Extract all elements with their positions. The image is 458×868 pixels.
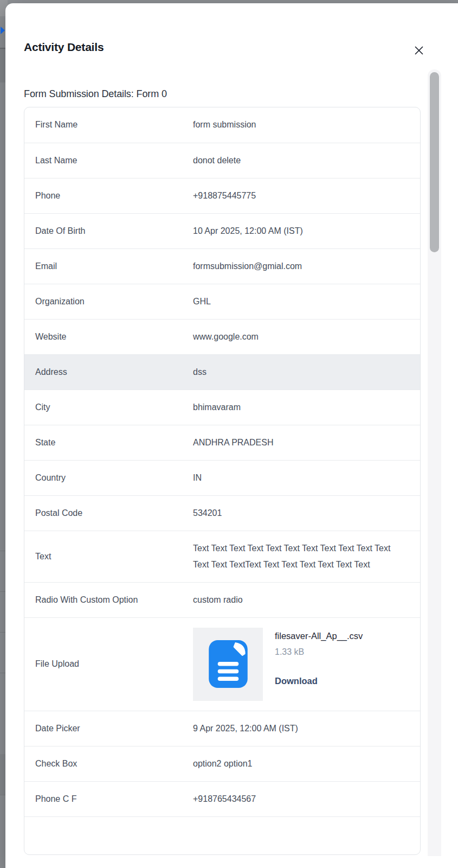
table-row: TextText Text Text Text Text Text Text T… [24, 531, 420, 582]
table-row: Citybhimavaram [24, 390, 420, 425]
row-value: 534201 [193, 496, 420, 531]
table-row: First Nameform submission [24, 107, 420, 143]
table-row: Addressdss [24, 354, 420, 390]
row-value: www.google.com [193, 320, 420, 354]
row-value: GHL [193, 284, 420, 319]
row-label: Postal Code [24, 503, 193, 524]
row-label: Date Picker [24, 718, 193, 739]
row-value: Text Text Text Text Text Text Text Text … [193, 531, 420, 582]
row-label: Text [24, 546, 193, 567]
table-row: Websitewww.google.com [24, 319, 420, 354]
row-value: custom radio [193, 583, 420, 617]
file-attachment: filesaver-All_Ap__.csv1.33 kBDownload [193, 618, 420, 711]
download-link[interactable]: Download [275, 675, 363, 686]
row-value: bhimavaram [193, 390, 420, 425]
row-label: Email [24, 256, 193, 277]
row-label: Check Box [24, 754, 193, 774]
row-label: Phone [24, 186, 193, 206]
activity-details-modal: Activity Details Form Submission Details… [5, 3, 458, 868]
modal-scroll-area[interactable]: Form Submission Details: Form 0 First Na… [5, 69, 423, 868]
table-row: Radio With Custom Optioncustom radio [24, 582, 420, 617]
row-label: City [24, 397, 193, 418]
table-row: Emailformsubmission@gmial.com [24, 248, 420, 284]
row-value: IN [193, 461, 420, 495]
x-close-icon [414, 45, 424, 56]
row-value: 9 Apr 2025, 12:00 AM (IST) [193, 711, 420, 746]
table-row: File Uploadfilesaver-All_Ap__.csv1.33 kB… [24, 617, 420, 711]
row-label: File Upload [24, 654, 193, 674]
row-value: dss [193, 355, 420, 390]
modal-title: Activity Details [24, 41, 104, 54]
row-value [193, 826, 420, 845]
table-row: Date Picker9 Apr 2025, 12:00 AM (IST) [24, 711, 420, 746]
row-value: +918765434567 [193, 782, 420, 816]
table-row [24, 816, 420, 854]
row-value: +918875445775 [193, 178, 420, 213]
row-label: Date Of Birth [24, 221, 193, 241]
row-label: Phone C F [24, 789, 193, 809]
play-arrow-icon [1, 27, 5, 34]
row-value: filesaver-All_Ap__.csv1.33 kBDownload [193, 618, 420, 711]
file-thumbnail [193, 628, 263, 701]
row-label: Organization [24, 291, 193, 312]
table-row: StateANDHRA PRADESH [24, 425, 420, 460]
row-value: form submission [193, 107, 420, 142]
row-value: option2 option1 [193, 746, 420, 781]
file-name: filesaver-All_Ap__.csv [275, 630, 363, 642]
row-label: Website [24, 327, 193, 347]
close-button[interactable] [411, 42, 427, 59]
table-row: Date Of Birth10 Apr 2025, 12:00 AM (IST) [24, 213, 420, 248]
table-row: OrganizationGHL [24, 284, 420, 319]
document-icon [209, 640, 248, 688]
row-value: donot delete [193, 143, 420, 178]
row-value: ANDHRA PRADESH [193, 425, 420, 460]
row-label: Country [24, 468, 193, 488]
file-info: filesaver-All_Ap__.csv1.33 kBDownload [275, 628, 363, 701]
submission-details-table: First Nameform submissionLast Namedonot … [24, 107, 421, 855]
row-value: 10 Apr 2025, 12:00 AM (IST) [193, 214, 420, 248]
row-label: Address [24, 362, 193, 382]
table-row: Postal Code534201 [24, 495, 420, 531]
row-value: formsubmission@gmial.com [193, 249, 420, 284]
file-size: 1.33 kB [275, 647, 363, 658]
table-row: CountryIN [24, 460, 420, 495]
table-row: Phone+918875445775 [24, 178, 420, 213]
section-title: Form Submission Details: Form 0 [24, 88, 423, 100]
table-row: Phone C F+918765434567 [24, 781, 420, 816]
scrollbar-thumb[interactable] [430, 72, 439, 252]
row-label: Last Name [24, 150, 193, 171]
scrollbar-track[interactable] [428, 69, 441, 856]
table-row: Check Boxoption2 option1 [24, 746, 420, 781]
table-row: Last Namedonot delete [24, 143, 420, 178]
row-label: State [24, 432, 193, 453]
row-label: Radio With Custom Option [24, 590, 193, 610]
row-label: First Name [24, 114, 193, 135]
row-label [24, 830, 193, 841]
